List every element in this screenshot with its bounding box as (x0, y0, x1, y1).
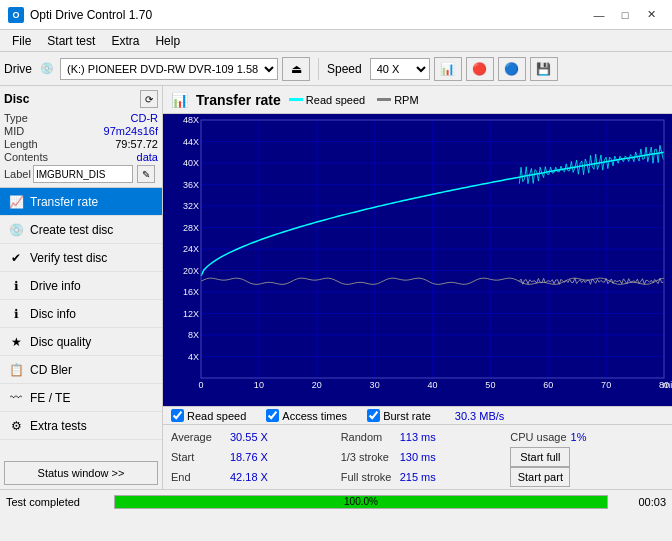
nav-extra-tests[interactable]: ⚙ Extra tests (0, 412, 162, 440)
nav-fe-te-label: FE / TE (30, 391, 70, 405)
close-button[interactable]: ✕ (638, 5, 664, 25)
nav-extra-tests-label: Extra tests (30, 419, 87, 433)
stat-end-value: 42.18 X (230, 471, 280, 483)
nav-disc-quality[interactable]: ★ Disc quality (0, 328, 162, 356)
disc-label-edit-btn[interactable]: ✎ (137, 165, 155, 183)
stat-average-row: Average 30.55 X (171, 427, 325, 447)
stat-end-label: End (171, 471, 226, 483)
cb-read-speed-input[interactable] (171, 409, 184, 422)
checkbox-read-speed[interactable]: Read speed (171, 409, 246, 422)
menu-start-test[interactable]: Start test (39, 32, 103, 50)
stat-full-stroke-row: Full stroke 215 ms (341, 467, 495, 487)
stat-start-row: Start 18.76 X (171, 447, 325, 467)
nav-transfer-rate[interactable]: 📈 Transfer rate (0, 188, 162, 216)
nav-create-test-disc[interactable]: 💿 Create test disc (0, 216, 162, 244)
transfer-graph (163, 114, 672, 406)
status-text: Test completed (6, 496, 106, 508)
stat-1-3-stroke-value: 130 ms (400, 451, 450, 463)
nav-transfer-rate-label: Transfer rate (30, 195, 98, 209)
eject-button[interactable]: ⏏ (282, 57, 310, 81)
status-bar: Test completed 100.0% 00:03 (0, 489, 672, 513)
stat-cpu-value: 1% (571, 431, 621, 443)
menu-bar: File Start test Extra Help (0, 30, 672, 52)
stat-random-value: 113 ms (400, 431, 450, 443)
toolbar-btn-4[interactable]: 💾 (530, 57, 558, 81)
drive-icon: 💿 (40, 62, 54, 75)
start-part-button[interactable]: Start part (510, 467, 570, 487)
checkbox-burst-rate[interactable]: Burst rate (367, 409, 431, 422)
cb-access-times-input[interactable] (266, 409, 279, 422)
stat-start-value: 18.76 X (230, 451, 280, 463)
disc-mid-label: MID (4, 125, 24, 137)
disc-length-value: 79:57.72 (115, 138, 158, 150)
toolbar-separator (318, 58, 319, 80)
stat-full-stroke-value: 215 ms (400, 471, 450, 483)
status-window-button[interactable]: Status window >> (4, 461, 158, 485)
cb-burst-rate-input[interactable] (367, 409, 380, 422)
main-area: Disc ⟳ Type CD-R MID 97m24s16f Length 79… (0, 86, 672, 489)
sidebar: Disc ⟳ Type CD-R MID 97m24s16f Length 79… (0, 86, 163, 489)
disc-mid-value: 97m24s16f (104, 125, 158, 137)
nav-drive-info-label: Drive info (30, 279, 81, 293)
menu-file[interactable]: File (4, 32, 39, 50)
disc-icon-button[interactable]: ⟳ (140, 90, 158, 108)
disc-label-label: Label (4, 168, 31, 180)
stat-start-part-btn-row: Start part (510, 467, 664, 487)
toolbar-btn-1[interactable]: 📊 (434, 57, 462, 81)
stat-random-row: Random 113 ms (341, 427, 495, 447)
window-controls: — □ ✕ (586, 5, 664, 25)
drive-select[interactable]: (K:) PIONEER DVD-RW DVR-109 1.58 (60, 58, 278, 80)
disc-type-row: Type CD-R (4, 112, 158, 124)
disc-panel: Disc ⟳ Type CD-R MID 97m24s16f Length 79… (0, 86, 162, 188)
start-full-button[interactable]: Start full (510, 447, 570, 467)
checkboxes-row: Read speed Access times Burst rate 30.3 … (163, 406, 672, 424)
nav-drive-info[interactable]: ℹ Drive info (0, 272, 162, 300)
drive-info-icon: ℹ (8, 278, 24, 294)
graph-container (163, 114, 672, 406)
stat-random-label: Random (341, 431, 396, 443)
disc-length-label: Length (4, 138, 38, 150)
disc-panel-title: Disc (4, 92, 29, 106)
stat-1-3-stroke-label: 1/3 stroke (341, 451, 396, 463)
nav-cd-bler-label: CD Bler (30, 363, 72, 377)
toolbar-btn-2[interactable]: 🔴 (466, 57, 494, 81)
legend-rpm-label: RPM (394, 94, 418, 106)
cd-bler-icon: 📋 (8, 362, 24, 378)
disc-label-input[interactable] (33, 165, 133, 183)
stats-grid: Average 30.55 X Start 18.76 X End 42.18 … (163, 425, 672, 489)
minimize-button[interactable]: — (586, 5, 612, 25)
menu-extra[interactable]: Extra (103, 32, 147, 50)
checkbox-access-times[interactable]: Access times (266, 409, 347, 422)
menu-help[interactable]: Help (147, 32, 188, 50)
stat-1-3-stroke-row: 1/3 stroke 130 ms (341, 447, 495, 467)
stat-start-btn-row: Start full (510, 447, 664, 467)
disc-contents-row: Contents data (4, 151, 158, 163)
stat-cpu-label: CPU usage (510, 431, 566, 443)
speed-select[interactable]: 40 X (370, 58, 430, 80)
stat-end-row: End 42.18 X (171, 467, 325, 487)
disc-label-row: Label ✎ (4, 165, 158, 183)
stat-full-stroke-label: Full stroke (341, 471, 396, 483)
drive-label: Drive (4, 62, 32, 76)
toolbar-btn-3[interactable]: 🔵 (498, 57, 526, 81)
disc-contents-value: data (137, 151, 158, 163)
right-panel: 📊 Transfer rate Read speed RPM Read sp (163, 86, 672, 489)
nav-verify-test-disc[interactable]: ✔ Verify test disc (0, 244, 162, 272)
nav-fe-te[interactable]: 〰 FE / TE (0, 384, 162, 412)
legend-read-speed: Read speed (289, 94, 365, 106)
transfer-rate-icon: 📈 (8, 194, 24, 210)
progress-container: 100.0% (114, 495, 608, 509)
nav-disc-info[interactable]: ℹ Disc info (0, 300, 162, 328)
legend-rpm-color (377, 98, 391, 101)
disc-quality-icon: ★ (8, 334, 24, 350)
cb-read-speed-label: Read speed (187, 410, 246, 422)
cb-burst-rate-label: Burst rate (383, 410, 431, 422)
nav-cd-bler[interactable]: 📋 CD Bler (0, 356, 162, 384)
maximize-button[interactable]: □ (612, 5, 638, 25)
verify-test-disc-icon: ✔ (8, 250, 24, 266)
stats-col-3: CPU usage 1% Start full Start part (502, 427, 672, 487)
title-bar: O Opti Drive Control 1.70 — □ ✕ (0, 0, 672, 30)
stat-average-label: Average (171, 431, 226, 443)
cb-access-times-label: Access times (282, 410, 347, 422)
disc-type-label: Type (4, 112, 28, 124)
